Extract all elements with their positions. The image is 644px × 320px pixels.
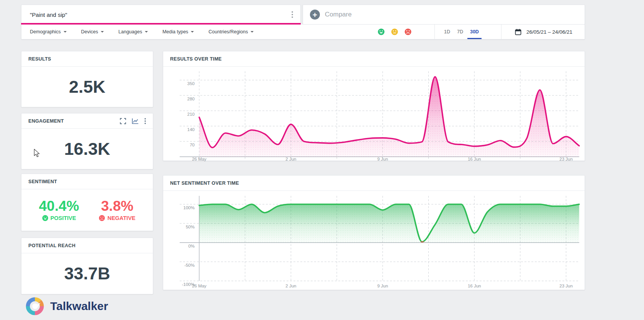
search-bar (21, 5, 301, 25)
svg-text:2 Jun: 2 Jun (285, 157, 296, 161)
plus-icon: + (310, 10, 320, 20)
chevron-down-icon (191, 31, 194, 33)
results-card: RESULTS 2.5K (21, 51, 153, 107)
results-over-time-card: RESULTS OVER TIME 7014021028035026 May2 … (163, 51, 585, 161)
filter-dropdowns: DemographicsDevicesLanguagesMedia typesC… (30, 25, 254, 39)
positive-face-icon (42, 215, 48, 221)
potential-reach-card: POTENTIAL REACH 33.7B (21, 238, 153, 294)
potential-reach-card-title: POTENTIAL REACH (21, 238, 153, 253)
time-range-1d[interactable]: 1D (441, 25, 454, 39)
engagement-card: ENGAGEMENT 16.3K (21, 113, 153, 169)
filter-dropdown-devices[interactable]: Devices (81, 29, 104, 34)
svg-text:280: 280 (187, 97, 195, 101)
potential-reach-value: 33.7B (21, 253, 153, 294)
search-input[interactable] (29, 5, 276, 24)
filter-dropdown-demographics[interactable]: Demographics (30, 29, 67, 34)
talkwalker-logo: Talkwalker (25, 296, 108, 317)
chevron-down-icon (145, 31, 148, 33)
filter-dropdown-countries-regions[interactable]: Countries/Regions (208, 29, 254, 34)
results-value: 2.5K (21, 67, 153, 107)
results-over-time-chart[interactable]: 7014021028035026 May2 Jun9 Jun16 Jun23 J… (163, 66, 585, 161)
time-range-7d[interactable]: 7D (454, 25, 467, 39)
search-kebab-menu-icon[interactable] (289, 10, 296, 19)
negative-sentiment: 3.8% NEGATIVE (99, 199, 135, 222)
positive-face-icon[interactable] (378, 28, 385, 35)
filter-bar: DemographicsDevicesLanguagesMedia typesC… (21, 25, 585, 39)
time-range-30d[interactable]: 30D (467, 25, 482, 39)
negative-face-icon (99, 215, 105, 221)
results-over-time-title: RESULTS OVER TIME (163, 51, 585, 67)
svg-text:-50%: -50% (184, 263, 195, 267)
svg-text:0%: 0% (188, 244, 195, 248)
sentiment-card-title: SENTIMENT (21, 174, 153, 189)
line-chart-icon[interactable] (132, 118, 139, 124)
negative-face-icon[interactable] (405, 28, 411, 35)
svg-text:210: 210 (187, 112, 195, 117)
results-card-title: RESULTS (21, 51, 153, 67)
engagement-card-title: ENGAGEMENT (28, 118, 64, 124)
svg-text:26 May: 26 May (192, 157, 206, 161)
negative-sentiment-value: 3.8% (99, 199, 135, 214)
net-sentiment-over-time-title: NET SENTIMENT OVER TIME (163, 176, 585, 191)
date-range-picker[interactable]: 26/05/21 – 24/06/21 (515, 25, 572, 39)
compare-label: Compare (325, 11, 352, 18)
sentiment-card: SENTIMENT 40.4% POSITIVE 3.8% (21, 174, 153, 231)
divider (501, 25, 501, 39)
expand-icon[interactable] (120, 118, 126, 124)
positive-sentiment-value: 40.4% (39, 199, 79, 214)
chevron-down-icon (101, 31, 104, 33)
svg-text:70: 70 (190, 143, 195, 147)
svg-text:23 Jun: 23 Jun (559, 157, 573, 161)
filter-dropdown-media-types[interactable]: Media types (162, 29, 194, 34)
sentiment-filter-group (378, 25, 411, 39)
neutral-face-icon[interactable] (391, 28, 398, 35)
svg-text:2 Jun: 2 Jun (285, 284, 296, 288)
svg-text:23 Jun: 23 Jun (559, 284, 573, 288)
svg-text:350: 350 (187, 81, 195, 86)
net-sentiment-over-time-card: NET SENTIMENT OVER TIME 100%50%0%-50%-10… (163, 175, 585, 290)
time-range-selector: 1D7D30D (441, 25, 482, 39)
divider (434, 25, 435, 39)
positive-sentiment-label: POSITIVE (51, 215, 76, 221)
chevron-down-icon (64, 31, 67, 33)
engagement-value: 16.3K (21, 129, 153, 169)
talkwalker-swirl-icon (25, 296, 45, 317)
svg-text:16 Jun: 16 Jun (468, 284, 481, 288)
svg-text:9 Jun: 9 Jun (377, 284, 388, 288)
positive-sentiment: 40.4% POSITIVE (39, 199, 79, 222)
net-sentiment-over-time-chart[interactable]: 100%50%0%-50%-100%26 May2 Jun9 Jun16 Jun… (163, 191, 585, 290)
svg-text:16 Jun: 16 Jun (468, 157, 481, 161)
date-range-label: 26/05/21 – 24/06/21 (526, 29, 572, 35)
chevron-down-icon (251, 31, 254, 33)
talkwalker-wordmark: Talkwalker (50, 300, 108, 313)
negative-sentiment-label: NEGATIVE (107, 215, 135, 221)
svg-text:9 Jun: 9 Jun (377, 157, 388, 161)
svg-text:140: 140 (187, 127, 195, 132)
filter-dropdown-languages[interactable]: Languages (118, 29, 148, 34)
svg-text:26 May: 26 May (192, 284, 206, 288)
talkwalker-dashboard: + Compare DemographicsDevicesLanguagesMe… (0, 0, 644, 320)
calendar-icon (515, 29, 521, 35)
card-kebab-menu-icon[interactable] (144, 118, 146, 124)
compare-button[interactable]: + Compare (303, 5, 585, 25)
svg-text:50%: 50% (186, 225, 195, 229)
svg-text:100%: 100% (184, 205, 195, 210)
